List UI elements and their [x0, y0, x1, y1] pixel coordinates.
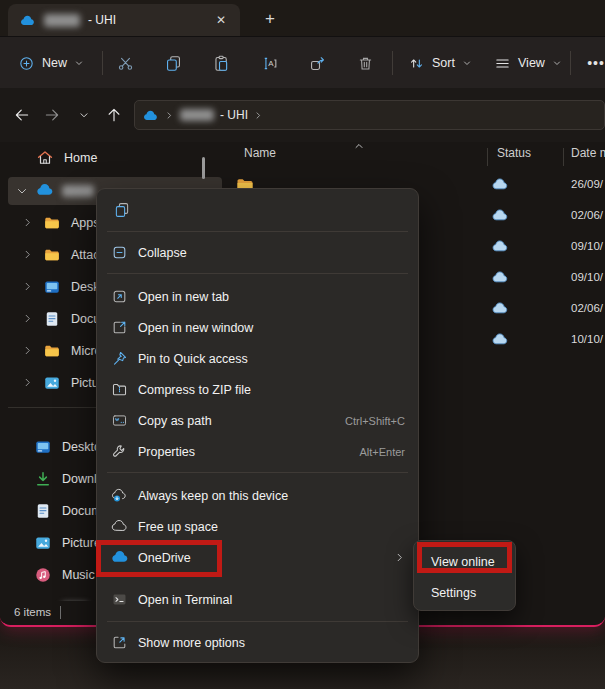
redacted-account-name — [62, 185, 94, 197]
column-header-name[interactable]: Name — [244, 146, 276, 160]
document-icon — [43, 310, 61, 328]
menu-item-label: Open in new window — [138, 321, 253, 335]
chevron-collapsed-icon[interactable] — [22, 249, 34, 261]
chevron-down-icon — [462, 58, 472, 68]
column-divider[interactable] — [563, 148, 564, 166]
address-bar[interactable]: - UHI — [134, 100, 605, 130]
copy-button[interactable] — [155, 46, 191, 80]
document-icon — [34, 502, 52, 520]
submenu-item-view-online[interactable]: View online — [418, 547, 513, 577]
new-plus-icon — [18, 55, 35, 72]
menu-item-label: Compress to ZIP file — [138, 383, 251, 397]
new-tab-button[interactable]: + — [256, 6, 284, 32]
menu-item-label: Always keep on this device — [138, 489, 288, 503]
share-button[interactable] — [299, 46, 335, 80]
breadcrumb-chevron-icon — [165, 111, 174, 120]
folder-icon — [43, 214, 61, 232]
sort-arrows-icon — [408, 55, 425, 72]
submenu-item-settings[interactable]: Settings — [418, 578, 513, 608]
menu-item-open-in-new-window[interactable]: Open in new window — [102, 312, 415, 343]
column-header-date-modified[interactable]: Date modified — [571, 146, 605, 160]
menu-item-label: OneDrive — [138, 551, 191, 565]
back-button[interactable] — [8, 101, 36, 129]
menu-item-open-in-new-tab[interactable]: Open in new tab — [102, 281, 415, 312]
menu-item-free-up-space[interactable]: Free up space — [102, 511, 415, 542]
chevron-collapsed-icon[interactable] — [22, 217, 34, 229]
zip-folder-icon — [111, 381, 128, 398]
chevron-down-icon — [78, 109, 90, 121]
sort-button[interactable]: Sort — [402, 46, 478, 80]
onedrive-submenu: View online Settings — [413, 540, 516, 611]
delete-button[interactable] — [347, 46, 383, 80]
downloads-icon — [34, 470, 52, 488]
tab-close-icon[interactable]: ✕ — [210, 9, 232, 31]
menu-item-open-in-terminal[interactable]: Open in Terminal — [102, 584, 415, 615]
forward-button[interactable] — [38, 101, 66, 129]
rename-button[interactable]: A — [251, 46, 287, 80]
paste-button[interactable] — [203, 46, 239, 80]
items-count: 6 items — [14, 606, 51, 618]
column-header-status[interactable]: Status — [497, 146, 531, 160]
view-button[interactable]: View — [488, 46, 568, 80]
tab-title: - UHI — [88, 13, 116, 27]
command-bar: New — [0, 36, 605, 88]
folder-icon — [43, 246, 61, 264]
menu-item-label: Free up space — [138, 520, 218, 534]
new-button[interactable]: New — [12, 46, 90, 80]
breadcrumb-chevron-icon — [254, 111, 263, 120]
up-button[interactable] — [100, 101, 128, 129]
menu-item-shortcut: Alt+Enter — [359, 446, 405, 458]
chevron-collapsed-icon[interactable] — [22, 281, 34, 293]
menu-item-collapse[interactable]: Collapse — [102, 237, 415, 268]
sidebar-item-label: Music — [62, 568, 95, 582]
status-cloud-icon — [492, 301, 509, 314]
chevron-collapsed-icon[interactable] — [22, 313, 34, 325]
explorer-tab[interactable]: - UHI ✕ — [8, 4, 240, 36]
column-divider[interactable] — [487, 148, 488, 166]
chevron-collapsed-icon[interactable] — [22, 345, 34, 357]
trash-icon — [356, 54, 375, 73]
menu-separator — [107, 273, 408, 274]
menu-item-label: Copy as path — [138, 414, 212, 428]
breadcrumb[interactable]: - UHI — [220, 108, 248, 122]
share-icon — [308, 54, 327, 73]
menu-item-pin-to-quick-access[interactable]: Pin to Quick access — [102, 343, 415, 374]
submenu-item-label: View online — [431, 555, 495, 569]
menu-item-properties[interactable]: Properties Alt+Enter — [102, 436, 415, 467]
chevron-expanded-icon[interactable] — [16, 185, 28, 197]
date-modified-value: 09/10/ — [571, 271, 603, 283]
cut-button[interactable] — [107, 46, 143, 80]
more-options-button[interactable]: ••• — [578, 46, 605, 80]
context-menu: Collapse Open in new tab Open in new win… — [96, 188, 419, 663]
recent-locations-button[interactable] — [70, 101, 98, 129]
sidebar-item-label: Home — [64, 151, 97, 165]
status-cloud-icon — [492, 270, 509, 283]
paste-icon — [212, 54, 231, 73]
submenu-item-label: Settings — [431, 586, 476, 600]
menu-item-always-keep-on-device[interactable]: Always keep on this device — [102, 480, 415, 511]
terminal-icon — [111, 591, 128, 608]
sidebar-scrollbar-thumb[interactable] — [202, 157, 205, 179]
chevron-down-icon — [74, 58, 84, 68]
status-cloud-icon — [492, 177, 509, 190]
menu-item-copy-as-path[interactable]: Copy as path Ctrl+Shift+C — [102, 405, 415, 436]
svg-text:A: A — [268, 59, 274, 68]
toolbar-separator — [102, 51, 103, 75]
open-new-tab-icon — [111, 288, 128, 305]
menu-separator — [107, 472, 408, 473]
menu-item-label: Properties — [138, 445, 195, 459]
menu-item-onedrive[interactable]: OneDrive — [102, 542, 415, 573]
sidebar-item-home[interactable]: Home — [8, 144, 222, 172]
chevron-down-icon — [552, 58, 562, 68]
redacted-account-name — [180, 109, 214, 121]
menu-item-compress-to-zip[interactable]: Compress to ZIP file — [102, 374, 415, 405]
pictures-icon — [43, 374, 61, 392]
titlebar: - UHI ✕ + — [0, 0, 605, 36]
menu-item-show-more-options[interactable]: Show more options — [102, 627, 415, 658]
desktop-icon — [43, 278, 61, 296]
folder-icon — [43, 342, 61, 360]
cloud-outline-icon — [111, 518, 128, 535]
copy-icon — [113, 201, 131, 219]
copy-button[interactable] — [105, 195, 139, 225]
chevron-collapsed-icon[interactable] — [22, 377, 34, 389]
